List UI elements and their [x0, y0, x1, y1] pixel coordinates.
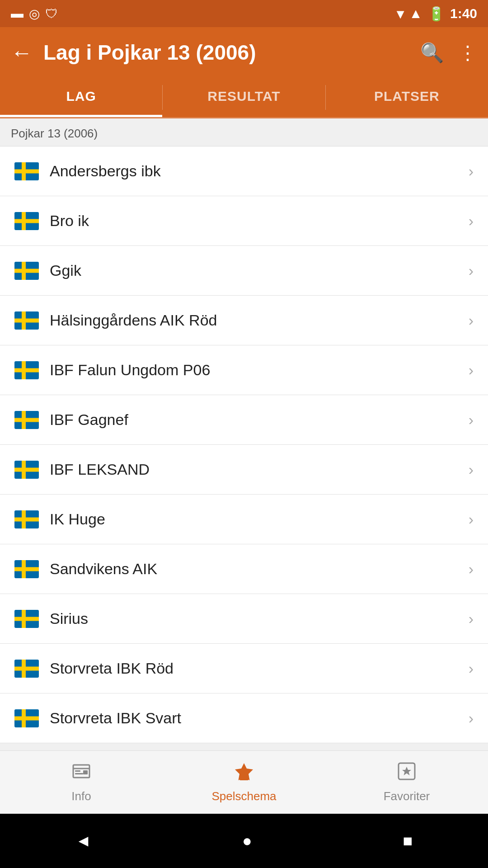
team-list: Andersbergs ibk › Bro ik › Ggik › Hälsin… [0, 146, 488, 743]
wifi-icon: ▾ [397, 6, 404, 22]
chevron-right-icon: › [469, 510, 474, 528]
info-nav-label: Info [71, 789, 91, 803]
flag-icon [14, 212, 39, 230]
tab-platser[interactable]: PLATSER [326, 78, 488, 117]
team-list-item[interactable]: Andersbergs ibk › [0, 146, 488, 196]
gps-icon: ◎ [29, 6, 40, 21]
svg-rect-2 [75, 770, 80, 772]
team-name: IBF LEKSAND [50, 461, 469, 478]
svg-rect-6 [239, 778, 249, 780]
chevron-right-icon: › [469, 560, 474, 578]
team-list-item[interactable]: Bro ik › [0, 196, 488, 246]
android-home-button[interactable]: ● [242, 831, 252, 850]
favoriter-nav-icon [397, 761, 417, 786]
nav-item-info[interactable]: Info [0, 761, 163, 803]
flag-icon [14, 510, 39, 528]
chevron-right-icon: › [469, 262, 474, 279]
tab-lag[interactable]: LAG [0, 78, 162, 117]
team-list-item[interactable]: Hälsinggårdens AIK Röd › [0, 296, 488, 345]
status-bar-right: ▾ ▲ 🔋 1:40 [397, 6, 477, 22]
chevron-right-icon: › [469, 411, 474, 429]
android-back-button[interactable]: ◄ [75, 831, 92, 850]
flag-icon [14, 560, 39, 578]
flag-icon [14, 411, 39, 429]
tab-resultat[interactable]: RESULTAT [163, 78, 325, 117]
android-recent-button[interactable]: ■ [403, 831, 413, 850]
toolbar-actions: 🔍 ⋮ [420, 42, 477, 64]
svg-rect-3 [75, 773, 83, 774]
team-name: Sandvikens AIK [50, 560, 469, 578]
nav-item-favoriter[interactable]: Favoriter [325, 761, 488, 803]
bottom-navigation: Info Spelschema Favoriter [0, 750, 488, 814]
page-title: Lag i Pojkar 13 (2006) [43, 40, 420, 65]
team-list-item[interactable]: IBF Falun Ungdom P06 › [0, 345, 488, 395]
team-name: IBF Falun Ungdom P06 [50, 361, 469, 379]
flag-icon [14, 660, 39, 678]
info-nav-icon [71, 761, 91, 786]
time-display: 1:40 [450, 6, 477, 21]
chevron-right-icon: › [469, 162, 474, 180]
shield-icon: 🛡 [45, 6, 58, 21]
flag-icon [14, 311, 39, 330]
battery-icon: 🔋 [428, 6, 445, 22]
team-name: Storvreta IBK Svart [50, 709, 469, 727]
android-nav-bar: ◄ ● ■ [0, 814, 488, 868]
spelschema-nav-label: Spelschema [211, 789, 276, 803]
team-name: IK Huge [50, 510, 469, 528]
search-button[interactable]: 🔍 [420, 42, 444, 64]
chevron-right-icon: › [469, 212, 474, 230]
team-list-item[interactable]: IBF Gagnef › [0, 395, 488, 445]
toolbar: ← Lag i Pojkar 13 (2006) 🔍 ⋮ [0, 27, 488, 78]
team-name: Ggik [50, 262, 469, 279]
team-list-item[interactable]: IBF LEKSAND › [0, 445, 488, 495]
favoriter-nav-label: Favoriter [384, 789, 430, 803]
team-list-item[interactable]: Sandvikens AIK › [0, 544, 488, 594]
signal-icon: ▲ [409, 6, 422, 21]
chevron-right-icon: › [469, 461, 474, 478]
team-name: Andersbergs ibk [50, 162, 469, 180]
team-list-item[interactable]: Sirius › [0, 594, 488, 644]
chevron-right-icon: › [469, 610, 474, 627]
team-name: Hälsinggårdens AIK Röd [50, 311, 469, 329]
chevron-right-icon: › [469, 660, 474, 677]
chevron-right-icon: › [469, 361, 474, 379]
team-list-item[interactable]: IK Huge › [0, 495, 488, 544]
back-button[interactable]: ← [11, 40, 33, 65]
team-name: IBF Gagnef [50, 411, 469, 429]
team-name: Storvreta IBK Röd [50, 660, 469, 677]
flag-icon [14, 461, 39, 479]
spelschema-nav-icon [234, 761, 254, 786]
team-list-item[interactable]: Storvreta IBK Röd › [0, 644, 488, 693]
flag-icon [14, 162, 39, 180]
team-list-item[interactable]: Storvreta IBK Svart › [0, 693, 488, 743]
team-list-item[interactable]: Ggik › [0, 246, 488, 296]
status-bar: ▬ ◎ 🛡 ▾ ▲ 🔋 1:40 [0, 0, 488, 27]
status-bar-left: ▬ ◎ 🛡 [11, 6, 58, 21]
nav-item-spelschema[interactable]: Spelschema [163, 761, 325, 803]
team-name: Sirius [50, 610, 469, 627]
tab-bar: LAG RESULTAT PLATSER [0, 78, 488, 118]
flag-icon [14, 610, 39, 628]
section-label: Pojkar 13 (2006) [0, 118, 488, 146]
flag-icon [14, 361, 39, 379]
more-options-button[interactable]: ⋮ [458, 42, 477, 64]
sim-icon: ▬ [11, 6, 23, 21]
flag-icon [14, 709, 39, 727]
chevron-right-icon: › [469, 709, 474, 727]
svg-rect-4 [83, 770, 88, 774]
chevron-right-icon: › [469, 311, 474, 329]
team-name: Bro ik [50, 212, 469, 230]
flag-icon [14, 262, 39, 280]
team-list-scroll: Andersbergs ibk › Bro ik › Ggik › Hälsin… [0, 146, 488, 778]
